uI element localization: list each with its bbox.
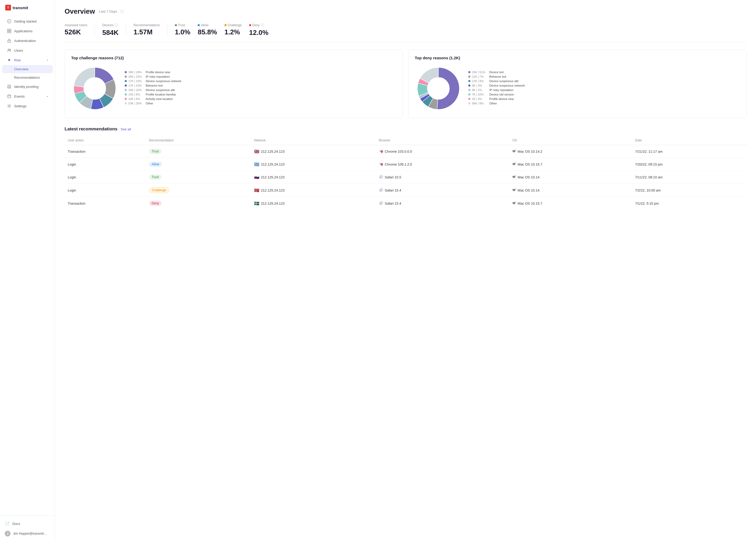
legend-nums: 12K | 6%	[472, 80, 488, 83]
deny-dot	[249, 24, 251, 26]
stat-label-trust: Trust	[175, 23, 190, 27]
see-all-link[interactable]: See all	[120, 127, 131, 131]
sidebar-item-applications[interactable]: Applications	[2, 26, 53, 36]
sidebar: T transmit Getting started Applications …	[0, 0, 55, 542]
legend-dot	[125, 102, 127, 104]
apple-icon	[512, 175, 516, 180]
events-icon	[7, 94, 12, 99]
deny-info-icon[interactable]: ⓘ	[261, 23, 264, 28]
sidebar-item-label-events: Events	[14, 95, 25, 98]
cell-network: 🇬🇷 212.125.24.123	[251, 158, 376, 171]
legend-dot	[468, 76, 470, 78]
sidebar-item-label-applications: Applications	[14, 29, 33, 33]
deny-chart-card: Top deny reasons (1.2K) 15K | 51% Device…	[408, 50, 747, 118]
sidebar-item-getting-started[interactable]: Getting started	[2, 17, 53, 26]
legend-dot	[468, 102, 470, 104]
browser-icon	[379, 188, 383, 193]
sidebar-item-identity-proofing[interactable]: Identity proofing	[2, 82, 53, 91]
os-name: Mac OS 10.14	[518, 188, 539, 192]
legend-label: Device bot	[489, 71, 503, 74]
legend-nums: 9K | 3%	[472, 84, 488, 87]
legend-dot	[468, 89, 470, 91]
legend-dot	[125, 89, 127, 91]
deny-chart-inner: 15K | 51% Device bot 12K | 7% Behavior b…	[415, 65, 740, 112]
cell-action: Login	[65, 184, 146, 197]
os-name: Mac OS 10.15.7	[518, 202, 542, 206]
ip-address: 212.125.24.123	[261, 150, 285, 154]
browser-name: Chrome 103.0.0.0	[385, 150, 412, 154]
cell-date: 7/1/22, 5:15 pm	[632, 197, 747, 210]
stat-trust: Trust 1.0%	[175, 23, 198, 36]
legend-item: 56K | 8% Other	[468, 102, 740, 105]
identity-proofing-icon	[7, 84, 12, 89]
legend-dot	[468, 80, 470, 82]
legend-item: 17K | 10% Behavior bot	[125, 84, 396, 87]
browser-name: Safari 15.5	[385, 175, 401, 179]
challenge-pie	[71, 65, 118, 112]
sidebar-subitem-overview[interactable]: Overview	[2, 65, 53, 73]
table-body: Transaction Trust 🇬🇧 212.125.24.123 Chro…	[65, 145, 747, 210]
apple-icon	[512, 149, 516, 154]
ip-address: 212.125.24.123	[261, 175, 285, 179]
cell-badge: Deny	[146, 197, 251, 210]
sidebar-subitem-label-overview: Overview	[14, 67, 28, 71]
legend-dot	[125, 93, 127, 96]
recommendation-badge: Allow	[149, 162, 162, 167]
svg-point-12	[9, 106, 10, 107]
legend-label: Device suspicious attr	[146, 88, 175, 92]
cell-network: 🇷🇺 212.125.24.123	[251, 171, 376, 184]
cell-os: Mac OS 10.15.7	[509, 158, 632, 171]
sidebar-item-authentication[interactable]: Authentication	[2, 36, 53, 45]
recommendation-badge: Trust	[149, 149, 161, 154]
sidebar-item-users[interactable]: Users	[2, 46, 53, 55]
sidebar-item-events[interactable]: Events ▾	[2, 92, 53, 101]
cell-badge: Trust	[146, 145, 251, 158]
sidebar-subitem-recommendations[interactable]: Recomendations	[2, 74, 53, 82]
stat-value-recommendations: 1.57M	[134, 28, 160, 36]
os-name: Mac OS 10.14	[518, 175, 539, 179]
legend-label: Other	[489, 102, 497, 105]
legend-label: Device suspicious network	[146, 80, 181, 83]
deny-legend: 15K | 51% Device bot 12K | 7% Behavior b…	[468, 71, 740, 106]
sidebar-item-settings[interactable]: Settings	[2, 101, 53, 111]
browser-icon	[379, 162, 383, 167]
header-info-icon[interactable]: ⓘ	[120, 9, 124, 14]
charts-row: Top challenge reasons (712) 30K | 18% Pr…	[65, 50, 747, 118]
table-row: Login Challenge 🇳🇴 212.125.24.123 Safari…	[65, 184, 747, 197]
svg-point-15	[380, 150, 382, 152]
settings-icon	[7, 104, 12, 108]
legend-nums: 15K | 51%	[472, 71, 488, 74]
stat-value-devices: 584K	[102, 29, 119, 37]
user-profile-item[interactable]: J Jim Hopper@transmit...	[2, 528, 53, 539]
flag-icon: 🇸🇪	[254, 201, 259, 206]
cell-date: 7/11/22, 08:10 am	[632, 171, 747, 184]
sidebar-item-label-authentication: Authentication	[14, 39, 36, 43]
table-row: Login Allow 🇬🇷 212.125.24.123 Chrome 109…	[65, 158, 747, 171]
flag-icon: 🇬🇷	[254, 162, 259, 167]
authentication-icon	[7, 38, 12, 43]
legend-label: Profile device new	[146, 71, 170, 74]
challenge-dot	[224, 24, 227, 26]
sidebar-nav: Getting started Applications Authenticat…	[0, 14, 55, 515]
docs-item[interactable]: 📄 Docs	[2, 519, 53, 528]
legend-dot	[468, 71, 470, 73]
devices-info-icon[interactable]: ⓘ	[114, 23, 118, 28]
cell-date: 7/2/22, 10:00 am	[632, 184, 747, 197]
sidebar-item-risk[interactable]: Risk ▾	[2, 55, 53, 65]
ip-address: 212.125.24.123	[261, 162, 285, 166]
page-subtitle: Last 7 Days	[99, 9, 117, 13]
table-row: Transaction Deny 🇸🇪 212.125.24.123 Safar…	[65, 197, 747, 210]
legend-label: Behavior bot	[146, 84, 163, 87]
cell-os: Mac OS 10.15.7	[509, 197, 632, 210]
cell-os: Mac OS 10.14	[509, 171, 632, 184]
svg-point-6	[9, 41, 9, 42]
legend-label: Other	[146, 102, 153, 105]
cell-network: 🇳🇴 212.125.24.123	[251, 184, 376, 197]
legend-item: 12K | 6% Device suspicious attr	[468, 80, 740, 83]
sidebar-item-label-risk: Risk	[14, 58, 21, 62]
trust-dot	[175, 24, 177, 26]
page-header: Overview Last 7 Days ⓘ	[65, 7, 747, 15]
deny-chart-title: Top deny reasons (1.2K)	[415, 56, 740, 60]
stat-label-assessed-users: Assessed Users	[65, 23, 87, 27]
cell-browser: Chrome 103.0.0.0	[376, 145, 510, 158]
